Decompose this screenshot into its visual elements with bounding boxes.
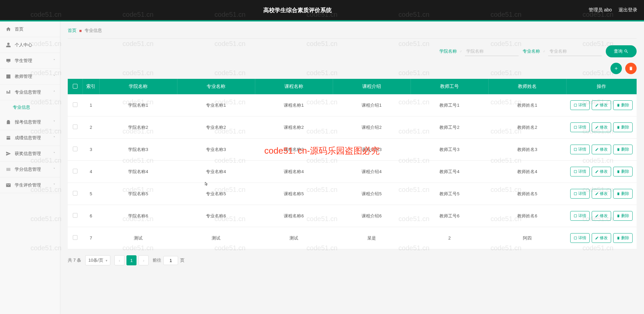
sidebar-item-3[interactable]: 教师管理˅ — [0, 69, 60, 85]
delete-button[interactable]: 删除 — [613, 189, 633, 199]
cell-teacher-name: 教师姓名5 — [488, 183, 566, 205]
page-prev-button[interactable]: ‹ — [114, 255, 124, 265]
detail-button[interactable]: 详情 — [570, 167, 590, 176]
page-goto-suffix: 页 — [180, 257, 184, 263]
sidebar-item-2[interactable]: 学生管理˅ — [0, 53, 60, 69]
action-bar — [68, 63, 637, 74]
delete-button[interactable]: 删除 — [613, 211, 633, 221]
chevron-down-icon: ˅ — [53, 59, 55, 63]
chevron-down-icon: ˅ — [53, 183, 55, 188]
detail-button[interactable]: 详情 — [570, 145, 590, 154]
table-header: 学院名称 — [99, 79, 177, 94]
edit-button[interactable]: 修改 — [592, 100, 611, 110]
edit-button[interactable]: 修改 — [592, 122, 611, 132]
sidebar-sub-item[interactable]: 专业信息 — [0, 100, 60, 114]
trash-icon — [629, 66, 633, 71]
edit-button[interactable]: 修改 — [592, 167, 611, 176]
row-checkbox[interactable] — [73, 102, 77, 107]
edit-icon — [595, 214, 599, 218]
delete-button[interactable]: 删除 — [613, 122, 633, 132]
user-label[interactable]: 管理员 abo — [589, 7, 612, 13]
delete-button[interactable]: 删除 — [613, 100, 633, 110]
detail-button[interactable]: 详情 — [570, 233, 590, 243]
sidebar-item-1[interactable]: 个人中心 — [0, 37, 60, 53]
page-number-button[interactable]: 1 — [126, 255, 137, 265]
cell-teacher-id: 教师工号1 — [411, 94, 488, 116]
row-checkbox[interactable] — [73, 213, 77, 218]
cell-major: 专业名称4 — [177, 161, 255, 183]
page-next-button[interactable]: › — [139, 255, 149, 265]
detail-button[interactable]: 详情 — [570, 100, 590, 110]
search-button[interactable]: 查询 — [606, 45, 637, 57]
logout-link[interactable]: 退出登录 — [619, 7, 637, 13]
table-header — [68, 79, 83, 94]
detail-button[interactable]: 详情 — [570, 211, 590, 221]
page-goto-input[interactable] — [163, 256, 178, 265]
sidebar-item-4[interactable]: 专业信息管理˄ — [0, 85, 60, 100]
sidebar-item-label: 学生管理 — [15, 58, 32, 64]
detail-button[interactable]: 详情 — [570, 122, 590, 132]
sidebar-item-label: 获奖信息管理 — [15, 151, 41, 157]
edit-button[interactable]: 修改 — [592, 189, 611, 199]
row-checkbox[interactable] — [73, 169, 77, 173]
sidebar-item-label: 个人中心 — [15, 42, 32, 48]
edit-icon — [595, 148, 599, 151]
row-checkbox[interactable] — [73, 235, 77, 240]
filter-icon: ♂ — [543, 49, 545, 53]
app-title: 高校学生综合素质评价系统 — [7, 6, 589, 14]
add-button[interactable] — [610, 63, 622, 74]
sidebar-item-7[interactable]: 获奖信息管理˅ — [0, 146, 60, 162]
sidebar-item-0[interactable]: 首页 — [0, 21, 60, 37]
detail-button[interactable]: 详情 — [570, 189, 590, 199]
cell-intro: 课程介绍6 — [333, 205, 411, 227]
breadcrumb: 首页 ■ 专业信息 — [68, 28, 637, 39]
filter-bar: 学院名称 ♂ 专业名称 ♂ 查询 — [68, 45, 637, 57]
table-row: 3 学院名称3 专业名称3 课程名称3 课程介绍3 教师工号3 教师姓名3 详情… — [68, 139, 637, 161]
sidebar-item-9[interactable]: 学生评价管理˅ — [0, 177, 60, 193]
select-all-checkbox[interactable] — [73, 84, 77, 89]
data-table: 索引学院名称专业名称课程名称课程介绍教师工号教师姓名操作 1 学院名称1 专业名… — [68, 79, 637, 249]
cell-course: 课程名称5 — [255, 183, 333, 205]
page-size-select[interactable]: 10条/页 ▾ — [85, 255, 110, 265]
detail-icon — [574, 148, 577, 151]
edit-button[interactable]: 修改 — [592, 145, 611, 154]
edit-button[interactable]: 修改 — [592, 233, 611, 243]
chevron-down-icon: ˅ — [53, 136, 55, 140]
cell-teacher-name: 教师姓名3 — [488, 139, 566, 161]
table-header: 课程介绍 — [333, 79, 411, 94]
filter-icon: ♂ — [460, 49, 462, 53]
sidebar-item-5[interactable]: 报考信息管理˅ — [0, 114, 60, 130]
cell-teacher-id: 2 — [411, 227, 488, 249]
cell-teacher-name: 教师姓名4 — [488, 161, 566, 183]
sidebar-item-8[interactable]: 学分信息管理˅ — [0, 162, 60, 177]
row-checkbox[interactable] — [73, 124, 77, 129]
delete-button[interactable]: 删除 — [613, 233, 633, 243]
delete-button[interactable]: 删除 — [613, 145, 633, 154]
sidebar-item-label: 首页 — [15, 26, 23, 32]
mail-icon — [5, 182, 11, 188]
send-icon — [5, 151, 11, 157]
sidebar-item-label: 学生评价管理 — [15, 182, 41, 188]
sidebar-item-6[interactable]: 成绩信息管理˅ — [0, 130, 60, 146]
filter-college-input[interactable] — [465, 47, 519, 56]
table-row: 1 学院名称1 专业名称1 课程名称1 课程介绍1 教师工号1 教师姓名1 详情… — [68, 94, 637, 116]
cell-course: 课程名称6 — [255, 205, 333, 227]
detail-icon — [574, 125, 577, 129]
row-checkbox[interactable] — [73, 147, 77, 151]
cell-college: 学院名称6 — [99, 205, 177, 227]
bars-icon — [5, 89, 11, 95]
cell-teacher-name: 教师姓名1 — [488, 94, 566, 116]
cell-teacher-id: 教师工号6 — [411, 205, 488, 227]
cell-college: 学院名称5 — [99, 183, 177, 205]
row-checkbox[interactable] — [73, 191, 77, 196]
table-header: 课程名称 — [255, 79, 333, 94]
cell-index: 7 — [83, 227, 99, 249]
filter-major-input[interactable] — [548, 47, 602, 56]
delete-button[interactable]: 删除 — [613, 167, 633, 176]
chevron-down-icon: ˅ — [53, 167, 55, 172]
delete-batch-button[interactable] — [625, 63, 637, 74]
edit-button[interactable]: 修改 — [592, 211, 611, 221]
trash-icon — [616, 103, 620, 107]
app-header: 高校学生综合素质评价系统 管理员 abo 退出登录 — [0, 0, 644, 20]
breadcrumb-home[interactable]: 首页 — [68, 28, 76, 34]
